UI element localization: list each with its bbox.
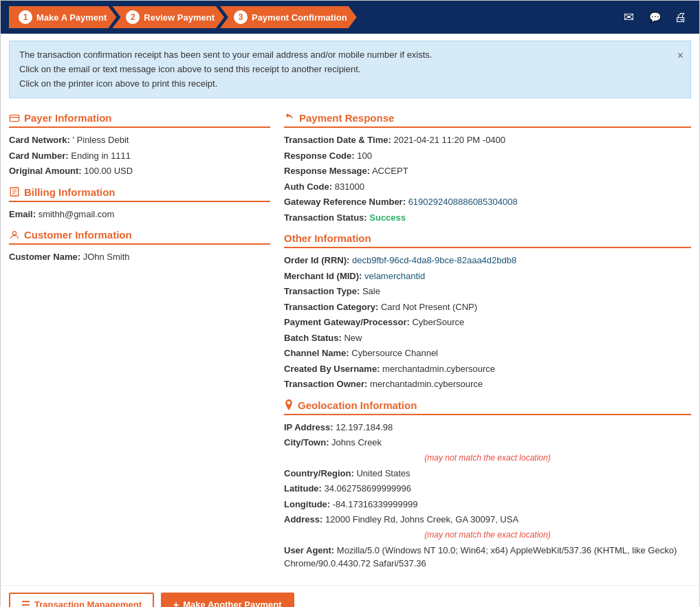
address-line: Address: 12000 Findley Rd, Johns Creek, …	[284, 513, 691, 527]
left-column: Payer Information Card Network: ' Pinles…	[9, 112, 270, 573]
longitude-label: Longitude:	[284, 499, 330, 509]
card-number-line: Card Number: Ending in 1111	[9, 149, 270, 163]
step-1-num: 1	[19, 10, 32, 24]
gateway-ref-label: Gateway Reference Number:	[284, 197, 406, 207]
response-message-label: Response Message:	[284, 166, 370, 176]
city-line: City/Town: Johns Creek	[284, 436, 691, 450]
gateway-processor-label: Payment Gateway/Processor:	[284, 317, 410, 327]
alert-line3: Click on the printer icon above to print…	[19, 78, 217, 89]
card-network-value: ' Pinless Debit	[72, 135, 129, 145]
txn-category-label: Transaction Category:	[284, 302, 378, 312]
step-2-num: 2	[126, 10, 140, 24]
address-note-line: (may not match the exact location)	[284, 529, 691, 541]
step-1[interactable]: 1 Make A Payment	[9, 6, 116, 28]
geolocation-title: Geolocation Information	[298, 399, 417, 411]
user-agent-value: Mozilla/5.0 (Windows NT 10.0; Win64; x64…	[284, 545, 677, 569]
txn-datetime-label: Transaction Date & Time:	[284, 135, 391, 145]
customer-section-header: Customer Information	[9, 229, 270, 245]
customer-section-title: Customer Information	[24, 229, 132, 241]
transaction-management-button[interactable]: ☰ Transaction Management	[9, 593, 154, 607]
billing-icon	[9, 186, 20, 197]
header: 1 Make A Payment 2 Review Payment 3 Paym…	[1, 1, 699, 34]
response-code-line: Response Code: 100	[284, 149, 691, 163]
make-another-payment-label: Make Another Payment	[183, 599, 281, 607]
country-label: Country/Region:	[284, 468, 354, 478]
merchant-id-value: velamerchantid	[364, 271, 425, 281]
created-by-line: Created By Username: merchantadmin.cyber…	[284, 362, 691, 376]
transaction-management-label: Transaction Management	[34, 599, 142, 607]
created-by-value: merchantadmin.cybersource	[382, 364, 495, 374]
address-label: Address:	[284, 514, 322, 525]
alert-close-button[interactable]: ×	[677, 47, 683, 65]
main-content: Payer Information Card Network: ' Pinles…	[1, 105, 699, 580]
response-message-value: ACCEPT	[372, 166, 408, 176]
latitude-label: Latitude:	[284, 483, 322, 494]
batch-status-line: Batch Status: New	[284, 331, 691, 345]
customer-icon	[9, 230, 20, 241]
latitude-value: 34.062758699999996	[325, 483, 412, 494]
email-line: Email: smithh@gmail.com	[9, 208, 270, 221]
reply-icon	[284, 113, 295, 124]
city-note-line: (may not match the exact location)	[284, 452, 691, 464]
order-id-value: decb9fbf-96cd-4da8-9bce-82aaa4d2bdb8	[352, 255, 516, 265]
other-info-header: Other Information	[284, 232, 691, 248]
address-location-note: (may not match the exact location)	[284, 529, 691, 541]
email-label: Email:	[9, 209, 36, 219]
txn-type-value: Sale	[362, 286, 380, 296]
card-number-value: Ending in 1111	[71, 151, 131, 161]
txn-category-line: Transaction Category: Card Not Present (…	[284, 300, 691, 314]
txn-owner-value: merchantadmin.cybersource	[370, 379, 483, 389]
billing-section-title: Billing Information	[24, 186, 116, 198]
original-amount-line: Original Amount: 100.00 USD	[9, 164, 270, 178]
response-code-value: 100	[357, 151, 372, 161]
original-amount-value: 100.00 USD	[84, 166, 133, 176]
gateway-ref-line: Gateway Reference Number: 61902924088860…	[284, 195, 691, 209]
step-1-label: Make A Payment	[36, 12, 107, 23]
step-2[interactable]: 2 Review Payment	[112, 6, 224, 28]
alert-banner: The transaction confirmation receipt has…	[9, 41, 691, 98]
location-pin-icon	[284, 399, 294, 410]
print-icon[interactable]: 🖨	[670, 7, 691, 27]
txn-owner-label: Transaction Owner:	[284, 379, 367, 389]
sms-icon[interactable]: 💬	[644, 7, 665, 27]
country-line: Country/Region: United States	[284, 467, 691, 481]
credit-card-icon	[9, 113, 20, 124]
other-info-title: Other Information	[284, 232, 371, 244]
order-id-label: Order Id (RRN):	[284, 255, 349, 265]
payment-response-header: Payment Response	[284, 112, 691, 128]
channel-name-line: Channel Name: Cybersource Channel	[284, 346, 691, 360]
step-3-label: Payment Confirmation	[252, 12, 347, 23]
response-code-label: Response Code:	[284, 151, 355, 161]
step-3[interactable]: 3 Payment Confirmation	[220, 6, 357, 28]
step-3-num: 3	[234, 10, 248, 24]
txn-category-value: Card Not Present (CNP)	[381, 302, 477, 312]
city-value: Johns Creek	[331, 437, 382, 448]
original-amount-label: Original Amount:	[9, 166, 82, 176]
city-label: City/Town:	[284, 437, 329, 448]
auth-code-line: Auth Code: 831000	[284, 180, 691, 194]
auth-code-label: Auth Code:	[284, 181, 332, 192]
merchant-id-label: Merchant Id (MID):	[284, 271, 362, 281]
batch-status-value: New	[344, 333, 362, 343]
footer-bar: ☰ Transaction Management + Make Another …	[1, 585, 699, 607]
ip-address-value: 12.197.184.98	[336, 422, 393, 432]
city-location-note: (may not match the exact location)	[284, 452, 691, 464]
txn-datetime-line: Transaction Date & Time: 2021-04-21 11:2…	[284, 133, 691, 147]
customer-name-label: Customer Name:	[9, 252, 80, 262]
txn-owner-line: Transaction Owner: merchantadmin.cyberso…	[284, 377, 691, 391]
txn-type-label: Transaction Type:	[284, 286, 360, 296]
header-icons: ✉ 💬 🖨	[618, 7, 691, 27]
right-column: Payment Response Transaction Date & Time…	[284, 112, 691, 573]
created-by-label: Created By Username:	[284, 364, 380, 374]
steps-container: 1 Make A Payment 2 Review Payment 3 Paym…	[9, 6, 357, 28]
ip-address-line: IP Address: 12.197.184.98	[284, 421, 691, 434]
svg-point-6	[12, 232, 16, 235]
email-icon[interactable]: ✉	[618, 7, 639, 27]
card-number-label: Card Number:	[9, 151, 69, 161]
make-another-payment-button[interactable]: + Make Another Payment	[161, 593, 294, 607]
svg-rect-0	[10, 115, 19, 121]
gateway-processor-line: Payment Gateway/Processor: CyberSource	[284, 316, 691, 329]
batch-status-label: Batch Status:	[284, 333, 342, 343]
channel-name-label: Channel Name:	[284, 348, 349, 358]
alert-line2: Click on the email or text message icon …	[19, 64, 360, 74]
